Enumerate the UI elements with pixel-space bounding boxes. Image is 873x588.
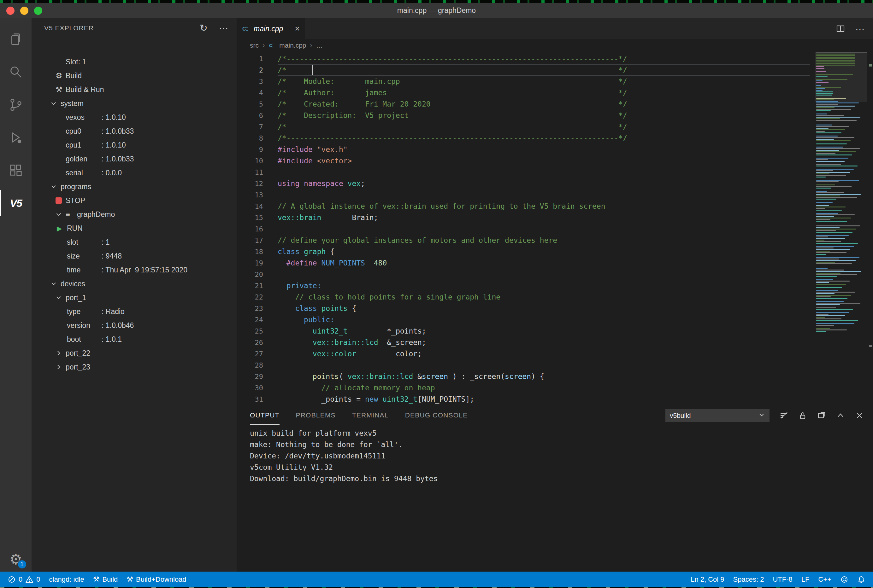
code-line-9[interactable]: 9#include "vex.h" <box>237 144 873 155</box>
extensions-icon[interactable] <box>0 154 32 187</box>
code-line-13[interactable]: 13 <box>237 189 873 201</box>
code-line-15[interactable]: 15vex::brain Brain; <box>237 212 873 223</box>
eol-setting[interactable]: LF <box>797 572 814 587</box>
tree-item-port-1[interactable]: port_1 <box>32 291 237 304</box>
panel-tab-problems[interactable]: PROBLEMS <box>296 406 336 425</box>
feedback-icon[interactable] <box>836 572 853 587</box>
tree-item-build-run[interactable]: ⚒Build & Run <box>32 82 237 96</box>
tree-item-system[interactable]: system <box>32 96 237 110</box>
tree-item-time[interactable]: time: Thu Apr 9 19:57:15 2020 <box>32 263 237 277</box>
chevron-down-icon[interactable] <box>51 100 60 106</box>
code-line-10[interactable]: 10#include <vector> <box>237 155 873 166</box>
code-line-6[interactable]: 6/* Description: V5 project */ <box>237 110 873 121</box>
editor-more-actions-icon[interactable]: ⋯ <box>855 23 865 34</box>
indentation-setting[interactable]: Spaces: 2 <box>729 572 769 587</box>
code-line-30[interactable]: 30 // allocate memory on heap <box>237 382 873 393</box>
breadcrumb-symbol[interactable]: … <box>316 42 323 49</box>
split-editor-icon[interactable] <box>836 24 845 33</box>
breadcrumb-src[interactable]: src <box>250 42 259 49</box>
tree-item-slot[interactable]: slot: 1 <box>32 235 237 249</box>
panel-tab-output[interactable]: OUTPUT <box>250 406 279 425</box>
code-line-25[interactable]: 25 uint32_t *_points; <box>237 326 873 337</box>
tree-item-programs[interactable]: programs <box>32 180 237 194</box>
panel-tab-terminal[interactable]: TERMINAL <box>352 406 389 425</box>
language-mode[interactable]: C++ <box>814 572 836 587</box>
build-button[interactable]: ⚒ Build <box>89 572 122 587</box>
gear-icon[interactable]: ⚙ 1 <box>9 552 22 567</box>
code-line-17[interactable]: 17// define your global instances of mot… <box>237 235 873 246</box>
code-line-8[interactable]: 8/*-------------------------------------… <box>237 132 873 144</box>
zoom-window-button[interactable] <box>34 7 42 15</box>
code-line-26[interactable]: 26 vex::brain::lcd &_screen; <box>237 337 873 348</box>
code-line-29[interactable]: 29 points( vex::brain::lcd &screen ) : _… <box>237 371 873 382</box>
chevron-down-icon[interactable] <box>51 183 60 190</box>
code-line-12[interactable]: 12using namespace vex; <box>237 178 873 189</box>
lock-icon[interactable] <box>798 411 807 420</box>
refresh-icon[interactable]: ↻ <box>200 23 207 33</box>
tree-item-size[interactable]: size: 9448 <box>32 249 237 263</box>
tree-item-serial[interactable]: serial: 0.0.0 <box>32 166 237 180</box>
tree-item-slot-1[interactable]: Slot: 1 <box>32 55 237 69</box>
code-line-7[interactable]: 7/* */ <box>237 121 873 132</box>
tree-item-type[interactable]: type: Radio <box>32 304 237 318</box>
code-line-1[interactable]: 1/*-------------------------------------… <box>237 53 873 64</box>
tree-item-golden[interactable]: golden: 1.0.0b33 <box>32 152 237 166</box>
code-editor[interactable]: 1/*-------------------------------------… <box>237 52 873 406</box>
tree-item-port-22[interactable]: port_22 <box>32 346 237 360</box>
tree-item-cpu1[interactable]: cpu1: 1.0.10 <box>32 138 237 152</box>
breadcrumb-file[interactable]: main.cpp <box>279 42 306 49</box>
search-icon[interactable] <box>0 56 32 88</box>
tree-item-devices[interactable]: devices <box>32 277 237 291</box>
build-download-button[interactable]: ⚒ Build+Download <box>122 572 191 587</box>
source-control-icon[interactable] <box>0 88 32 121</box>
code-line-3[interactable]: 3/* Module: main.cpp */ <box>237 76 873 87</box>
vex-v5-icon[interactable]: V5 <box>0 187 32 219</box>
chevron-right-icon[interactable] <box>56 350 66 356</box>
panel-tab-debug-console[interactable]: DEBUG CONSOLE <box>405 406 468 425</box>
tree-item-cpu0[interactable]: cpu0: 1.0.0b33 <box>32 124 237 138</box>
output-channel-select[interactable]: v5build <box>666 409 769 422</box>
code-line-18[interactable]: 18class graph { <box>237 246 873 257</box>
code-line-27[interactable]: 27 vex::color _color; <box>237 348 873 359</box>
tree-item-boot[interactable]: boot: 1.0.1 <box>32 332 237 346</box>
notifications-bell-icon[interactable] <box>853 572 870 587</box>
minimize-window-button[interactable] <box>20 7 29 15</box>
tree-item-port-23[interactable]: port_23 <box>32 360 237 374</box>
explorer-icon[interactable] <box>0 23 32 56</box>
chevron-right-icon[interactable] <box>56 364 66 370</box>
tree-item-build[interactable]: ⚙Build <box>32 69 237 82</box>
code-line-11[interactable]: 11 <box>237 166 873 178</box>
code-line-14[interactable]: 14// A global instance of vex::brain use… <box>237 201 873 212</box>
code-line-23[interactable]: 23 class points { <box>237 303 873 314</box>
tree-item-stop[interactable]: STOP <box>32 194 237 207</box>
tree-item-run[interactable]: ▶RUN <box>32 221 237 235</box>
maximize-panel-icon[interactable] <box>836 411 845 420</box>
code-line-5[interactable]: 5/* Created: Fri Mar 20 2020 */ <box>237 98 873 110</box>
code-line-31[interactable]: 31 _points = new uint32_t[NUM_POINTS]; <box>237 393 873 405</box>
clear-output-icon[interactable] <box>779 411 789 420</box>
code-line-24[interactable]: 24 public: <box>237 314 873 326</box>
open-in-editor-icon[interactable] <box>817 411 826 420</box>
tree-item-version[interactable]: version: 1.0.0b46 <box>32 318 237 332</box>
code-line-2[interactable]: 2/* */ <box>237 64 873 76</box>
code-line-21[interactable]: 21 private: <box>237 280 873 291</box>
code-line-16[interactable]: 16 <box>237 223 873 235</box>
code-line-28[interactable]: 28 <box>237 359 873 371</box>
close-panel-icon[interactable] <box>855 411 864 420</box>
run-debug-icon[interactable] <box>0 121 32 154</box>
close-window-button[interactable] <box>6 7 15 15</box>
chevron-down-icon[interactable] <box>56 294 66 301</box>
more-actions-icon[interactable]: ⋯ <box>219 23 228 33</box>
code-line-4[interactable]: 4/* Author: james */ <box>237 87 873 98</box>
clangd-status[interactable]: clangd: idle <box>45 572 89 587</box>
code-line-22[interactable]: 22 // class to hold points for a single … <box>237 291 873 303</box>
code-line-20[interactable]: 20 <box>237 268 873 280</box>
tree-item-vexos[interactable]: vexos: 1.0.10 <box>32 110 237 124</box>
chevron-down-icon[interactable] <box>56 211 66 218</box>
code-line-19[interactable]: 19 #define NUM_POINTS 480 <box>237 257 873 268</box>
problems-status[interactable]: 0 0 <box>3 572 45 587</box>
encoding-setting[interactable]: UTF-8 <box>768 572 796 587</box>
chevron-down-icon[interactable] <box>51 280 60 287</box>
tab-close-icon[interactable]: × <box>295 25 300 33</box>
tab-main-cpp[interactable]: C++ main.cpp × <box>237 18 305 39</box>
